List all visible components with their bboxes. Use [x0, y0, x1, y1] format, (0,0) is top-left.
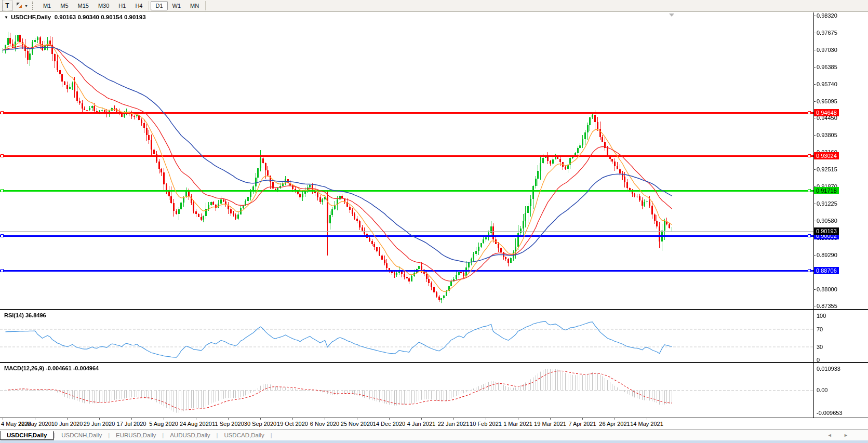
text-tool-button[interactable]: T: [2, 1, 12, 11]
price-tick-mark: [813, 306, 816, 306]
date-tick-mark: [67, 418, 68, 420]
chart-symbol-timeframe: USDCHF,Daily: [11, 14, 51, 20]
timeframe-button-m15[interactable]: M15: [73, 1, 94, 10]
price-tick-label: 0.89290: [817, 252, 837, 258]
price-tick-mark: [813, 101, 816, 102]
price-tick-mark: [813, 255, 816, 256]
date-tick-mark: [647, 418, 647, 420]
timeframe-buttons: M1M5M15M30H1H4D1W1MN: [38, 1, 204, 10]
chart-tab-usdcad[interactable]: USDCAD,Daily: [218, 431, 270, 439]
macd-label: MACD(12,26,9) -0.004661 -0.004964: [4, 365, 99, 371]
toolbar-grip-handle[interactable]: [32, 2, 35, 10]
price-tick-label: 0.95095: [817, 98, 837, 104]
ohlc-high: 0.90340: [77, 14, 99, 20]
terminal-window: T ▼ M1M5M15M30H1H4D1W1MN ▼USDCHF,Daily 0…: [0, 0, 868, 443]
chart-tab-usdcnh[interactable]: USDCNH,Daily: [55, 431, 108, 439]
chart-tab-audusd[interactable]: AUDUSD,Daily: [164, 431, 216, 439]
tab-scroll-right-icon[interactable]: ►: [844, 433, 853, 438]
chart-tab-eurusd[interactable]: EURUSD,Daily: [110, 431, 162, 439]
level-price-label: 0.93024: [814, 152, 839, 159]
date-tick-mark: [292, 418, 293, 420]
date-tick-label: 1 Mar 2021: [503, 421, 532, 427]
date-tick-label: 11 Sep 2020: [212, 421, 244, 427]
toolbar-separator: [205, 1, 206, 10]
timeframe-toolbar: T ▼ M1M5M15M30H1H4D1W1MN: [0, 0, 868, 12]
date-tick-mark: [260, 418, 261, 420]
price-tick-mark: [813, 118, 816, 118]
date-tick-mark: [453, 418, 454, 420]
date-tick-label: 10 Feb 2021: [470, 421, 502, 427]
date-tick-mark: [389, 418, 390, 420]
timeframe-button-m30[interactable]: M30: [94, 1, 114, 10]
date-tick-label: 19 Mar 2021: [534, 421, 566, 427]
macd-dateaxis-divider: [0, 418, 868, 418]
chart-tab-bar: USDCHF,Daily|USDCNH,Daily|EURUSD,Daily|A…: [0, 430, 868, 440]
date-tick-mark: [421, 418, 422, 420]
tab-scroll-left-icon[interactable]: ◄: [827, 433, 837, 438]
chart-title: ▼USDCHF,Daily 0.90163 0.90340 0.90154 0.…: [4, 14, 146, 20]
date-tick-label: 6 Nov 2020: [310, 421, 339, 427]
date-tick-label: 7 Apr 2021: [568, 421, 596, 427]
price-tick-label: 0.95740: [817, 81, 837, 87]
timeframe-button-h1[interactable]: H1: [114, 1, 130, 10]
timeframe-button-mn[interactable]: MN: [185, 1, 204, 10]
dropdown-caret-icon[interactable]: ▼: [24, 4, 28, 8]
date-tick-label: 14 Dec 2020: [373, 421, 405, 427]
price-axis-border: [813, 12, 814, 418]
price-tick-label: 0.96385: [817, 64, 837, 70]
timeframe-button-m1[interactable]: M1: [38, 1, 56, 10]
date-tick-label: 4 Jan 2021: [407, 421, 435, 427]
timeframe-button-w1[interactable]: W1: [168, 1, 186, 10]
price-tick-mark: [813, 221, 816, 221]
timeframe-button-h4[interactable]: H4: [130, 1, 147, 10]
rsi-label: RSI(14) 36.8496: [4, 312, 46, 318]
timeframe-button-m5[interactable]: M5: [56, 1, 73, 10]
date-tick-mark: [486, 418, 486, 420]
arrow-styles-tool-button[interactable]: ▼: [16, 1, 28, 10]
date-tick-label: 29 Jun 2020: [84, 421, 115, 427]
date-tick-mark: [550, 418, 551, 420]
date-tick-label: 24 Aug 2020: [180, 421, 212, 427]
price-tick-mark: [813, 84, 816, 85]
date-tick-label: 14 May 2021: [630, 421, 663, 427]
taskbar-edge-strip: [0, 440, 868, 443]
price-tick-label: 0.97675: [817, 30, 837, 36]
level-price-label: 0.88706: [814, 267, 839, 274]
price-tick-mark: [813, 204, 816, 204]
date-tick-mark: [228, 418, 229, 420]
macd-indicator-canvas[interactable]: [0, 363, 813, 418]
date-tick-label: 17 Jul 2020: [117, 421, 146, 427]
date-tick-label: 19 Oct 2020: [277, 421, 308, 427]
rsi-indicator-canvas[interactable]: [0, 310, 813, 362]
date-tick-label: 25 Nov 2020: [341, 421, 373, 427]
date-tick-mark: [131, 418, 132, 420]
price-tick-mark: [813, 135, 816, 136]
price-chart-canvas[interactable]: [0, 12, 813, 309]
macd-axis-label: 0.00: [817, 387, 827, 393]
date-tick-mark: [615, 418, 615, 420]
level-price-label: 0.94648: [814, 109, 839, 116]
price-tick-mark: [813, 33, 816, 33]
level-price-label: 0.91718: [814, 187, 839, 194]
date-tick-mark: [325, 418, 325, 420]
timeframe-button-d1[interactable]: D1: [151, 1, 167, 10]
price-tick-label: 0.97030: [817, 47, 837, 53]
chart-tab-usdchf[interactable]: USDCHF,Daily: [0, 431, 54, 440]
date-tick-mark: [99, 418, 100, 420]
chart-shift-marker-icon[interactable]: [669, 14, 674, 17]
price-tick-label: 0.87355: [817, 303, 837, 309]
price-tick-mark: [813, 16, 816, 16]
date-tick-mark: [518, 418, 518, 420]
price-tick-label: 0.88000: [817, 286, 837, 292]
tab-divider: |: [271, 432, 272, 438]
ohlc-low: 0.90154: [101, 14, 123, 20]
macd-axis-label: -0.009653: [817, 410, 843, 416]
date-tick-label: 22 Jan 2021: [438, 421, 470, 427]
chart-context-arrow-icon[interactable]: ▼: [4, 15, 8, 20]
rsi-axis-label: 70: [817, 326, 823, 332]
date-tick-label: 30 Sep 2020: [244, 421, 276, 427]
arrow-styles-icon: [16, 2, 23, 10]
date-tick-mark: [357, 418, 357, 420]
ohlc-open: 0.90163: [55, 14, 76, 20]
price-tick-label: 0.91225: [817, 200, 837, 207]
